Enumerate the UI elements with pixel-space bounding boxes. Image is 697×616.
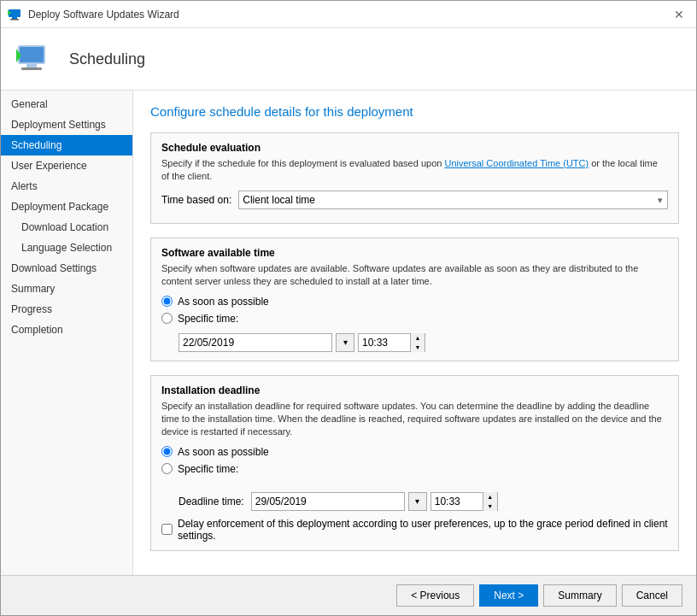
grace-period-checkbox[interactable] (161, 524, 173, 535)
schedule-evaluation-section: Schedule evaluation Specify if the sched… (150, 132, 679, 224)
software-specific-row: Specific time: (161, 313, 668, 325)
svg-rect-5 (20, 47, 44, 62)
svg-rect-7 (21, 67, 42, 70)
deadline-specific-radio[interactable] (161, 463, 173, 474)
sidebar-item-deployment-settings[interactable]: Deployment Settings (1, 114, 132, 135)
deadline-asap-row: As soon as possible (161, 446, 668, 458)
window-title: Deploy Software Updates Wizard (28, 9, 179, 21)
software-specific-label: Specific time: (178, 313, 238, 325)
cancel-button[interactable]: Cancel (622, 584, 682, 607)
deadline-asap-label: As soon as possible (178, 446, 269, 458)
page-title: Configure schedule details for this depl… (150, 104, 679, 119)
deadline-time-spin: ▲ ▼ (483, 492, 497, 511)
deadline-title: Installation deadline (161, 384, 668, 396)
software-specific-radio[interactable] (161, 313, 173, 324)
sidebar-item-progress[interactable]: Progress (1, 299, 132, 320)
svg-rect-1 (12, 17, 17, 19)
software-available-section: Software available time Specify when sof… (150, 238, 679, 361)
time-label: Time based on: (161, 194, 231, 206)
installation-deadline-section: Installation deadline Specify an install… (150, 375, 679, 551)
software-asap-label: As soon as possible (178, 296, 269, 308)
software-time-input[interactable] (359, 334, 410, 351)
deadline-specific-row: Specific time: (161, 463, 668, 475)
deadline-time-label: Deadline time: (179, 496, 244, 507)
software-date-input[interactable] (179, 333, 332, 352)
sidebar-item-general[interactable]: General (1, 94, 132, 114)
software-available-title: Software available time (161, 247, 668, 259)
deadline-desc: Specify an installation deadline for req… (161, 400, 668, 439)
software-time-wrapper: ▲ ▼ (358, 333, 425, 352)
sidebar-item-deployment-package[interactable]: Deployment Package (1, 197, 132, 217)
header-title: Scheduling (69, 50, 145, 68)
header-section: Scheduling (1, 28, 696, 91)
deadline-time-down[interactable]: ▼ (483, 502, 497, 511)
time-based-select[interactable]: Client local time UTC (238, 191, 668, 209)
next-button[interactable]: Next > (479, 584, 538, 607)
close-button[interactable]: ✕ (669, 6, 689, 23)
software-available-radios: As soon as possible Specific time: ▾ ▲ (161, 296, 668, 352)
time-select-wrapper: Client local time UTC (238, 191, 668, 209)
sidebar: General Deployment Settings Scheduling U… (1, 91, 133, 575)
footer: < Previous Next > Summary Cancel (1, 575, 696, 615)
sidebar-item-download-settings[interactable]: Download Settings (1, 258, 132, 279)
summary-button[interactable]: Summary (543, 584, 616, 607)
software-available-desc: Specify when software updates are availa… (161, 262, 668, 289)
deadline-time-wrapper: ▲ ▼ (430, 492, 498, 511)
software-date-picker-btn[interactable]: ▾ (336, 333, 354, 352)
grace-period-row: Delay enforcement of this deployment acc… (161, 518, 668, 542)
deadline-asap-radio[interactable] (161, 446, 173, 457)
svg-rect-6 (26, 64, 37, 67)
sidebar-item-language-selection[interactable]: Language Selection (1, 238, 132, 258)
content-area: Configure schedule details for this depl… (133, 91, 696, 575)
grace-period-label: Delay enforcement of this deployment acc… (178, 518, 668, 542)
sidebar-item-user-experience[interactable]: User Experience (1, 155, 132, 176)
title-bar: Deploy Software Updates Wizard ✕ (1, 1, 696, 28)
deadline-radios: As soon as possible Specific time: Deadl… (161, 446, 668, 511)
sidebar-item-download-location[interactable]: Download Location (1, 217, 132, 238)
main-content: General Deployment Settings Scheduling U… (1, 91, 696, 575)
header-icon (15, 38, 56, 79)
software-time-spin: ▲ ▼ (410, 333, 425, 352)
sidebar-item-alerts[interactable]: Alerts (1, 176, 132, 197)
main-window: Deploy Software Updates Wizard ✕ Schedul… (0, 0, 697, 616)
software-asap-radio[interactable] (161, 296, 173, 307)
software-time-down[interactable]: ▼ (411, 343, 425, 352)
software-datetime-row: ▾ ▲ ▼ (179, 333, 668, 352)
schedule-eval-desc: Specify if the schedule for this deploym… (161, 157, 668, 184)
deadline-time-input[interactable] (431, 493, 483, 510)
deadline-datetime-inputs: Deadline time: ▾ ▲ ▼ (179, 492, 668, 511)
deadline-time-up[interactable]: ▲ (483, 492, 497, 502)
svg-rect-2 (10, 19, 19, 21)
deadline-date-picker-btn[interactable]: ▾ (408, 492, 427, 511)
sidebar-item-summary[interactable]: Summary (1, 279, 132, 299)
sidebar-item-completion[interactable]: Completion (1, 320, 132, 340)
time-based-row: Time based on: Client local time UTC (161, 191, 668, 209)
deadline-date-input[interactable] (251, 492, 405, 511)
sidebar-item-scheduling[interactable]: Scheduling (1, 135, 132, 155)
deadline-specific-label: Specific time: (178, 463, 238, 475)
software-time-up[interactable]: ▲ (411, 333, 425, 343)
wizard-icon (8, 8, 21, 21)
software-asap-row: As soon as possible (161, 296, 668, 308)
schedule-eval-title: Schedule evaluation (161, 142, 668, 154)
previous-button[interactable]: < Previous (396, 584, 474, 607)
